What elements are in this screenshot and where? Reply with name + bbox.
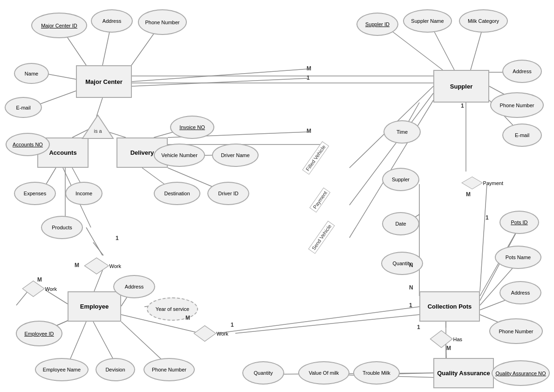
attr-phone-sup: Phone Number — [490, 92, 544, 118]
entity-major-center: Major Center — [76, 65, 132, 98]
attr-value-of-milk: Value Of milk — [298, 361, 349, 385]
attr-phone-pots: Phone Number — [489, 318, 543, 344]
card-1-4: 1 — [231, 322, 234, 328]
card-1-5: 1 — [486, 214, 489, 221]
attr-suppler-rel: Suppler — [382, 168, 419, 191]
rel-work3: Work — [193, 321, 228, 346]
attr-phone-emp: Phone Number — [144, 358, 195, 381]
attr-address-pots: Address — [499, 281, 541, 304]
attr-devision: Devision — [96, 358, 135, 381]
card-1-8: 1 — [461, 103, 464, 109]
label-payment-rotated: Payment — [309, 187, 330, 213]
attr-email-sup: E-mail — [502, 124, 542, 147]
attr-quality-assurance-no: Quality Assurance NO — [492, 360, 550, 386]
attr-major-center-id: Major Center ID — [31, 13, 87, 38]
attr-date: Date — [382, 212, 419, 235]
attr-address-mc: Address — [91, 9, 133, 33]
card-m6: M — [466, 191, 471, 198]
card-1-1: 1 — [307, 75, 310, 81]
card-1-6: 1 — [409, 302, 412, 309]
attr-name-mc: Name — [14, 63, 49, 84]
attr-phone-mc: Phone Number — [138, 9, 187, 35]
attr-accounts-no: Accounts NO — [6, 133, 50, 156]
attr-income: Income — [65, 182, 103, 205]
attr-milk-category: Milk Category — [459, 9, 508, 33]
svg-line-64 — [218, 307, 419, 333]
rel-has: Has — [430, 326, 462, 352]
attr-quantity-qa: Quantity — [242, 361, 284, 385]
attr-pots-name: Pots Name — [495, 246, 541, 269]
entity-employee: Employee — [68, 291, 121, 322]
label-send-vehicle: Send Vehicle — [308, 220, 335, 254]
er-diagram: Major Center Accounts Delivery Employee … — [0, 0, 554, 392]
attr-vehicle-number: Vehicle Number — [154, 144, 205, 167]
attr-suppler-name: Suppler Name — [403, 9, 452, 33]
attr-year-of-service: Year of service — [147, 297, 198, 321]
attr-email-mc: E-mail — [5, 97, 42, 118]
svg-marker-70 — [462, 177, 483, 189]
card-n1: N — [409, 262, 413, 268]
attr-destination: Destination — [154, 182, 200, 205]
attr-employee-id: Employee ID — [16, 321, 62, 346]
attr-products: Products — [41, 216, 83, 239]
attr-suppler-id: Suppler ID — [356, 13, 398, 36]
svg-marker-68 — [22, 281, 44, 297]
card-m5: M — [446, 345, 451, 351]
entity-suppler: Suppler — [433, 70, 489, 103]
card-n2: N — [409, 284, 413, 291]
entity-collection-pots: Collection Pots — [419, 291, 480, 322]
isa-triangle: is a — [82, 114, 114, 140]
svg-line-8 — [132, 69, 308, 82]
svg-text:is a: is a — [94, 128, 102, 134]
attr-time: Time — [383, 120, 421, 144]
svg-marker-69 — [194, 326, 216, 342]
card-m4: M — [185, 315, 190, 321]
card-1-2: 1 — [116, 235, 119, 241]
attr-quantity-sup: Quantity — [381, 252, 423, 275]
svg-line-9 — [132, 78, 308, 86]
attr-employee-name: Employee Name — [35, 358, 89, 381]
rel-work1: Work — [84, 253, 121, 279]
svg-line-47 — [480, 184, 487, 291]
label-filled-vehicle: Filled Vehicle — [302, 141, 329, 175]
card-m1: M — [307, 65, 311, 72]
attr-expenses: Expenses — [14, 182, 56, 205]
attr-pots-id: Pots ID — [499, 211, 539, 234]
card-m3: M — [37, 276, 42, 283]
svg-line-33 — [235, 315, 419, 333]
svg-marker-67 — [84, 258, 109, 274]
attr-trouble-milk: Trouble Milk — [353, 361, 400, 385]
svg-line-57 — [265, 373, 438, 374]
card-m2: M — [307, 128, 311, 134]
svg-line-5 — [96, 98, 103, 117]
svg-marker-72 — [82, 115, 113, 138]
card-1-7: 1 — [417, 324, 420, 330]
attr-invoice-no: Invoice NO — [170, 116, 214, 139]
attr-driver-name: Driver Name — [212, 144, 259, 167]
svg-line-21 — [86, 227, 103, 255]
card-1-3: M — [75, 262, 79, 268]
attr-driver-id: Driver ID — [207, 182, 249, 205]
attr-address-sup: Address — [502, 60, 542, 83]
entity-quality-assurance: Quality Assurance — [433, 358, 494, 388]
